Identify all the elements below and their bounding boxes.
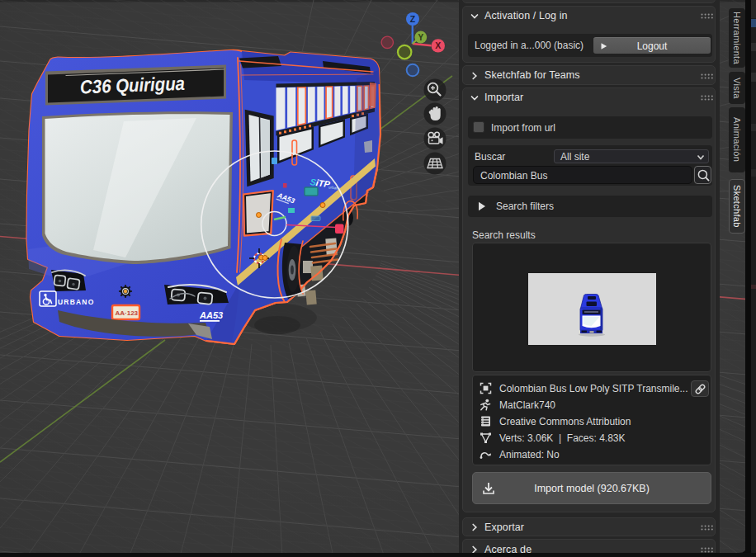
svg-text:Y: Y: [418, 33, 423, 42]
svg-text:URBANO: URBANO: [58, 298, 95, 306]
svg-text:Z: Z: [410, 14, 416, 24]
svg-text:C36 Quirigua: C36 Quirigua: [80, 73, 186, 98]
svg-text:AA·123: AA·123: [116, 309, 139, 317]
svg-text:X: X: [435, 40, 441, 50]
svg-text:AA53: AA53: [199, 310, 223, 320]
